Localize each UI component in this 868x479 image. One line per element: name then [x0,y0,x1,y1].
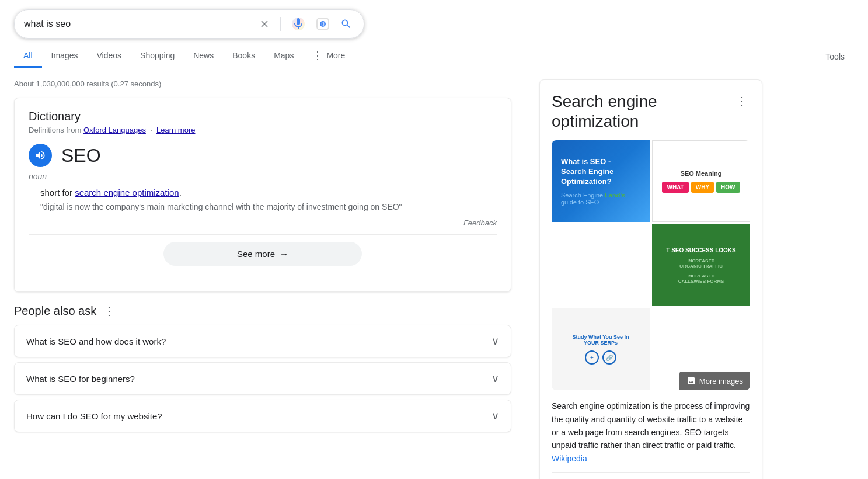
nav-tabs: All Images Videos Shopping News Books Ma… [0,39,868,70]
dict-word-row: SEO [29,144,497,167]
clear-button[interactable] [257,16,272,32]
lens-button[interactable] [313,15,332,33]
tools-tab[interactable]: Tools [816,46,854,67]
dictionary-card: Dictionary Definitions from Oxford Langu… [14,98,511,292]
kp-image-2[interactable]: SEO Meaning WHAT WHY HOW [652,140,750,222]
see-more-button[interactable]: See more → [163,242,362,266]
svg-point-1 [322,23,324,25]
more-images-overlay[interactable]: More images [679,372,750,390]
tab-more[interactable]: ⋮ More [303,43,354,70]
paa-item-1[interactable]: What is SEO and how does it work? ∨ [14,325,511,357]
image-icon [686,376,696,386]
tab-maps[interactable]: Maps [264,45,303,68]
search-icons [257,15,354,33]
close-icon [259,19,270,29]
search-icon [340,18,352,30]
search-bar: what is seo [14,9,364,39]
paa-item-2[interactable]: What is SEO for beginners? ∨ [14,362,511,395]
tab-videos[interactable]: Videos [87,45,131,68]
paa-title: People also ask [14,304,96,318]
oxford-languages-link[interactable]: Oxford Languages [83,126,146,134]
knowledge-panel: Search engine optimization ⋮ What is SEO… [539,79,762,479]
feedback-link[interactable]: Feedback [463,218,497,227]
more-dots-icon: ⋮ [312,49,324,62]
sound-button[interactable] [29,144,52,167]
tab-news[interactable]: News [184,45,223,68]
results-count: About 1,030,000,000 results (0.27 second… [14,79,511,88]
kp-divider [552,472,750,473]
paa-header: People also ask ⋮ [14,304,511,318]
tab-all[interactable]: All [14,45,42,68]
learn-more-link[interactable]: Learn more [156,126,195,134]
right-column: Search engine optimization ⋮ What is SEO… [525,70,776,479]
dict-word: SEO [61,145,101,166]
chevron-down-icon-3: ∨ [491,409,499,422]
dict-example: "digital is now the company's main marke… [40,202,497,211]
dictionary-title: Dictionary [29,110,497,123]
dict-pos: noun [29,172,497,181]
kp-description: Search engine optimization is the proces… [552,400,750,465]
dictionary-source: Definitions from Oxford Languages · Lear… [29,126,497,134]
paa-options-icon[interactable]: ⋮ [103,304,115,318]
chevron-down-icon-2: ∨ [491,372,499,385]
mic-button[interactable] [289,15,308,33]
left-column: About 1,030,000,000 results (0.27 second… [0,70,525,479]
dict-divider [29,234,497,235]
kp-title: Search engine optimization [552,92,734,131]
people-also-ask: People also ask ⋮ What is SEO and how do… [14,304,511,432]
image-grid: What is SEO -Search Engine Optimization?… [552,140,750,390]
chevron-down-icon-1: ∨ [491,335,499,348]
google-lens-icon [316,17,330,31]
kp-header: Search engine optimization ⋮ [552,92,750,131]
paa-item-3[interactable]: How can I do SEO for my website? ∨ [14,400,511,432]
tab-images[interactable]: Images [42,45,88,68]
kp-more-button[interactable]: ⋮ [734,92,750,110]
dict-definition: short for search engine optimization. [40,186,497,200]
mic-icon [291,17,305,31]
kp-image-1[interactable]: What is SEO -Search Engine Optimization?… [552,140,650,222]
sound-icon [34,150,46,161]
wikipedia-link[interactable]: Wikipedia [552,454,587,463]
kp-image-3[interactable]: T SEO SUCCESS LOOKS INCREASEDORGANIC TRA… [652,224,750,306]
main-layout: About 1,030,000,000 results (0.27 second… [0,70,868,479]
tab-shopping[interactable]: Shopping [131,45,184,68]
header: what is seo [0,0,868,39]
feedback-area: Feedback [29,218,497,227]
kp-image-4[interactable]: Study What You See InYOUR SERPs + 🔗 [552,308,650,390]
tab-books[interactable]: Books [223,45,264,68]
search-button[interactable] [338,16,354,32]
search-engine-optimization-link[interactable]: search engine optimization [75,188,179,197]
search-input[interactable]: what is seo [24,19,250,29]
